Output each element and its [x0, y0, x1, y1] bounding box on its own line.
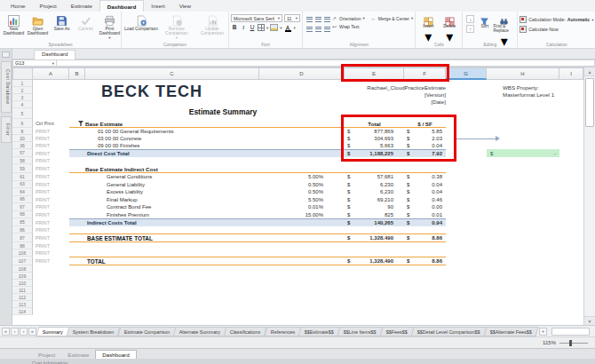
- percent-cell[interactable]: 5.50%: [259, 196, 345, 204]
- indent-cell[interactable]: [69, 242, 85, 249]
- cell-g[interactable]: [446, 294, 487, 301]
- cell-h[interactable]: [487, 142, 559, 149]
- total-cell[interactable]: [345, 280, 404, 287]
- percent-cell[interactable]: [259, 294, 345, 301]
- ribbon-tab-project[interactable]: Project: [33, 0, 64, 12]
- percent-cell[interactable]: [259, 301, 345, 308]
- print-flag-cell[interactable]: PRINT: [33, 188, 69, 196]
- cell-i[interactable]: [559, 218, 583, 226]
- description-cell[interactable]: [85, 287, 259, 294]
- cell-g[interactable]: [446, 226, 487, 233]
- font-family-select[interactable]: Microsoft Sans Serif ▾: [231, 14, 282, 22]
- sheet-tab-line-items[interactable]: $$Line Items$$: [337, 327, 384, 336]
- chevron-down-icon[interactable]: ▾: [294, 26, 296, 30]
- indent-cell[interactable]: [69, 249, 85, 257]
- row-header-5[interactable]: 5: [12, 108, 33, 119]
- cell-i[interactable]: [559, 164, 583, 173]
- cell-i[interactable]: [559, 287, 583, 294]
- percent-cell[interactable]: [259, 119, 345, 128]
- ribbon-tab-insert[interactable]: Insert: [144, 0, 171, 12]
- percent-cell[interactable]: [259, 226, 345, 233]
- description-cell[interactable]: General Conditions: [85, 173, 259, 181]
- print-flag-cell[interactable]: PRINT: [33, 203, 69, 211]
- font-size-select[interactable]: 11 ▾: [284, 14, 300, 22]
- description-cell[interactable]: TOTAL: [85, 257, 259, 265]
- sheet-tab-classifications[interactable]: Classifications: [224, 327, 267, 336]
- select-all-corner[interactable]: [12, 67, 33, 80]
- bottom-panel-header[interactable]: Cost Information: [0, 359, 595, 364]
- indent-cell[interactable]: [69, 108, 85, 119]
- indent-cell[interactable]: [69, 280, 85, 287]
- total-cell[interactable]: [345, 249, 404, 257]
- cell-h[interactable]: [487, 87, 559, 94]
- indent-cell[interactable]: [69, 287, 85, 294]
- cell-h[interactable]: [487, 218, 559, 226]
- description-cell[interactable]: [85, 280, 259, 287]
- total-cell[interactable]: [345, 94, 404, 101]
- cell-i[interactable]: [559, 196, 583, 204]
- cell-g[interactable]: [446, 249, 487, 257]
- percent-cell[interactable]: [259, 135, 345, 142]
- wrap-text-button[interactable]: ↩ Wrap Text: [331, 23, 413, 29]
- print-flag-cell[interactable]: PRINT: [33, 157, 69, 164]
- total-cell[interactable]: [345, 101, 404, 108]
- new-sheet-button[interactable]: +: [539, 328, 547, 336]
- cell-h[interactable]: [487, 164, 559, 173]
- print-flag-cell[interactable]: PRINT: [33, 211, 69, 219]
- row-header-20[interactable]: 20: [12, 135, 33, 142]
- print-flag-cell[interactable]: [33, 94, 69, 101]
- vertical-scrollbar-thumb[interactable]: [585, 78, 594, 127]
- row-header-6[interactable]: 6: [12, 119, 33, 128]
- description-cell[interactable]: [85, 87, 259, 94]
- total-cell[interactable]: $69,210: [345, 196, 404, 204]
- green-highlight-cell[interactable]: $-: [487, 149, 559, 157]
- side-tab-filter[interactable]: Filter: [1, 116, 12, 143]
- per-sf-cell[interactable]: $0.94: [404, 218, 446, 226]
- row-header-2[interactable]: 2: [12, 87, 33, 94]
- description-cell[interactable]: Indirect Costs Total: [85, 218, 259, 226]
- cell-g[interactable]: [446, 80, 487, 87]
- percent-cell[interactable]: [259, 233, 345, 242]
- print-flag-cell[interactable]: [33, 265, 69, 273]
- per-sf-cell[interactable]: $0.38: [404, 173, 446, 181]
- merge-center-button[interactable]: ↔ Merge & Center ▾: [370, 15, 414, 21]
- cell-i[interactable]: [559, 94, 583, 101]
- description-cell[interactable]: Finishes Premium: [85, 211, 259, 219]
- print-flag-cell[interactable]: PRINT: [33, 135, 69, 142]
- total-cell[interactable]: $57,681: [345, 173, 404, 181]
- sheet-tab-detail-level-comparison[interactable]: $$Detail Level Comparison$$: [411, 327, 487, 336]
- percent-cell[interactable]: [259, 142, 345, 149]
- percent-cell[interactable]: [259, 218, 345, 226]
- description-cell[interactable]: [85, 94, 259, 101]
- cell-h[interactable]: [487, 157, 559, 164]
- cell-i[interactable]: [559, 257, 583, 265]
- cell-i[interactable]: [559, 157, 583, 164]
- cell-h[interactable]: [487, 249, 559, 257]
- description-cell[interactable]: General Liability: [85, 181, 259, 189]
- per-sf-cell[interactable]: $0.01: [404, 211, 446, 219]
- align-left-icon[interactable]: [306, 27, 313, 32]
- print-flag-cell[interactable]: PRINT: [33, 257, 69, 265]
- cell-i[interactable]: [559, 149, 583, 157]
- description-cell[interactable]: [85, 101, 259, 108]
- align-bottom-icon[interactable]: [324, 17, 330, 22]
- app-tab-project[interactable]: Project: [32, 351, 61, 359]
- next-sheet-icon[interactable]: ›: [20, 328, 28, 336]
- percent-cell[interactable]: [259, 287, 345, 294]
- percent-cell[interactable]: 0.50%: [259, 181, 345, 189]
- print-flag-cell[interactable]: [33, 108, 69, 119]
- align-middle-icon[interactable]: [315, 17, 321, 22]
- print-flag-cell[interactable]: [33, 80, 69, 87]
- column-header-a[interactable]: A: [33, 67, 69, 80]
- align-center-icon[interactable]: [315, 27, 321, 32]
- print-flag-cell[interactable]: PRINT: [33, 218, 69, 226]
- total-cell[interactable]: [345, 294, 404, 301]
- description-cell[interactable]: [85, 226, 259, 233]
- sheet-tab-estimate-comparison[interactable]: Estimate Comparison: [117, 327, 176, 336]
- indent-cell[interactable]: [69, 142, 85, 149]
- cell-g[interactable]: [446, 87, 487, 94]
- cell-g[interactable]: [446, 181, 487, 189]
- per-sf-cell[interactable]: [404, 101, 446, 108]
- cell-i[interactable]: [559, 101, 583, 108]
- row-header-63[interactable]: 63: [12, 181, 33, 189]
